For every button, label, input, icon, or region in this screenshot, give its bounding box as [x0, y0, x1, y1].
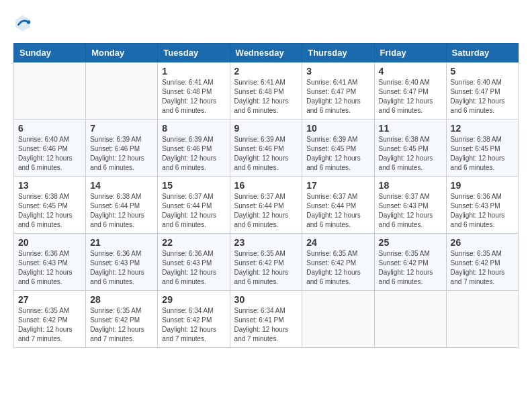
- day-number: 21: [90, 237, 153, 248]
- calendar-cell: 25Sunrise: 6:35 AM Sunset: 6:42 PM Dayli…: [374, 234, 446, 291]
- day-number: 27: [18, 294, 81, 305]
- calendar-cell: 3Sunrise: 6:41 AM Sunset: 6:47 PM Daylig…: [302, 62, 374, 120]
- day-info: Sunrise: 6:34 AM Sunset: 6:42 PM Dayligh…: [162, 306, 225, 344]
- day-info: Sunrise: 6:38 AM Sunset: 6:45 PM Dayligh…: [18, 192, 81, 230]
- calendar-cell: 27Sunrise: 6:35 AM Sunset: 6:42 PM Dayli…: [14, 291, 86, 348]
- day-number: 25: [379, 237, 442, 248]
- day-info: Sunrise: 6:35 AM Sunset: 6:42 PM Dayligh…: [234, 249, 298, 287]
- day-number: 4: [379, 66, 442, 77]
- calendar-cell: 1Sunrise: 6:41 AM Sunset: 6:48 PM Daylig…: [158, 62, 230, 120]
- day-info: Sunrise: 6:41 AM Sunset: 6:48 PM Dayligh…: [162, 78, 225, 116]
- day-number: 14: [90, 180, 153, 191]
- calendar-cell: 21Sunrise: 6:36 AM Sunset: 6:43 PM Dayli…: [86, 234, 158, 291]
- day-info: Sunrise: 6:34 AM Sunset: 6:41 PM Dayligh…: [234, 306, 298, 344]
- day-info: Sunrise: 6:39 AM Sunset: 6:45 PM Dayligh…: [306, 135, 369, 173]
- day-info: Sunrise: 6:37 AM Sunset: 6:44 PM Dayligh…: [306, 192, 369, 230]
- day-number: 12: [451, 123, 514, 134]
- day-info: Sunrise: 6:35 AM Sunset: 6:42 PM Dayligh…: [306, 249, 369, 287]
- week-row-2: 6Sunrise: 6:40 AM Sunset: 6:46 PM Daylig…: [14, 120, 519, 177]
- day-number: 7: [90, 123, 153, 134]
- day-number: 30: [234, 294, 298, 305]
- calendar-cell: [374, 291, 446, 348]
- day-info: Sunrise: 6:35 AM Sunset: 6:42 PM Dayligh…: [90, 306, 153, 344]
- week-row-3: 13Sunrise: 6:38 AM Sunset: 6:45 PM Dayli…: [14, 177, 519, 234]
- calendar-cell: 20Sunrise: 6:36 AM Sunset: 6:43 PM Dayli…: [14, 234, 86, 291]
- calendar-cell: 4Sunrise: 6:40 AM Sunset: 6:47 PM Daylig…: [374, 62, 446, 120]
- weekday-header-wednesday: Wednesday: [230, 44, 302, 62]
- logo: [13, 13, 35, 32]
- day-info: Sunrise: 6:35 AM Sunset: 6:42 PM Dayligh…: [18, 306, 81, 344]
- day-info: Sunrise: 6:40 AM Sunset: 6:46 PM Dayligh…: [18, 135, 81, 173]
- day-number: 2: [234, 66, 298, 77]
- calendar-cell: 19Sunrise: 6:36 AM Sunset: 6:43 PM Dayli…: [446, 177, 518, 234]
- day-number: 26: [451, 237, 514, 248]
- day-info: Sunrise: 6:41 AM Sunset: 6:48 PM Dayligh…: [234, 78, 298, 116]
- calendar-cell: 2Sunrise: 6:41 AM Sunset: 6:48 PM Daylig…: [230, 62, 302, 120]
- svg-point-1: [27, 20, 31, 24]
- day-number: 10: [306, 123, 369, 134]
- calendar-cell: 10Sunrise: 6:39 AM Sunset: 6:45 PM Dayli…: [302, 120, 374, 177]
- calendar-cell: 5Sunrise: 6:40 AM Sunset: 6:47 PM Daylig…: [446, 62, 518, 120]
- calendar-table: SundayMondayTuesdayWednesdayThursdayFrid…: [13, 43, 519, 348]
- day-number: 3: [306, 66, 369, 77]
- calendar-cell: 15Sunrise: 6:37 AM Sunset: 6:44 PM Dayli…: [158, 177, 230, 234]
- day-number: 15: [162, 180, 225, 191]
- day-number: 19: [451, 180, 514, 191]
- logo-icon: [13, 13, 32, 32]
- day-info: Sunrise: 6:40 AM Sunset: 6:47 PM Dayligh…: [451, 78, 514, 116]
- day-number: 22: [162, 237, 225, 248]
- calendar-cell: 7Sunrise: 6:39 AM Sunset: 6:46 PM Daylig…: [86, 120, 158, 177]
- calendar-cell: 30Sunrise: 6:34 AM Sunset: 6:41 PM Dayli…: [230, 291, 302, 348]
- calendar-cell: 11Sunrise: 6:38 AM Sunset: 6:45 PM Dayli…: [374, 120, 446, 177]
- day-number: 6: [18, 123, 81, 134]
- day-info: Sunrise: 6:40 AM Sunset: 6:47 PM Dayligh…: [379, 78, 442, 116]
- day-info: Sunrise: 6:38 AM Sunset: 6:44 PM Dayligh…: [90, 192, 153, 230]
- day-info: Sunrise: 6:41 AM Sunset: 6:47 PM Dayligh…: [306, 78, 369, 116]
- day-number: 17: [306, 180, 369, 191]
- calendar-cell: 17Sunrise: 6:37 AM Sunset: 6:44 PM Dayli…: [302, 177, 374, 234]
- calendar-cell: [302, 291, 374, 348]
- day-info: Sunrise: 6:38 AM Sunset: 6:45 PM Dayligh…: [451, 135, 514, 173]
- weekday-header-sunday: Sunday: [14, 44, 86, 62]
- day-number: 13: [18, 180, 81, 191]
- day-info: Sunrise: 6:36 AM Sunset: 6:43 PM Dayligh…: [90, 249, 153, 287]
- day-info: Sunrise: 6:39 AM Sunset: 6:46 PM Dayligh…: [162, 135, 225, 173]
- day-number: 20: [18, 237, 81, 248]
- calendar-cell: 23Sunrise: 6:35 AM Sunset: 6:42 PM Dayli…: [230, 234, 302, 291]
- day-info: Sunrise: 6:36 AM Sunset: 6:43 PM Dayligh…: [162, 249, 225, 287]
- weekday-header-tuesday: Tuesday: [158, 44, 230, 62]
- day-info: Sunrise: 6:39 AM Sunset: 6:46 PM Dayligh…: [234, 135, 298, 173]
- weekday-header-monday: Monday: [86, 44, 158, 62]
- calendar-cell: [14, 62, 86, 120]
- day-number: 8: [162, 123, 225, 134]
- day-info: Sunrise: 6:36 AM Sunset: 6:43 PM Dayligh…: [451, 192, 514, 230]
- weekday-header-friday: Friday: [374, 44, 446, 62]
- day-number: 29: [162, 294, 225, 305]
- calendar-cell: 22Sunrise: 6:36 AM Sunset: 6:43 PM Dayli…: [158, 234, 230, 291]
- day-info: Sunrise: 6:35 AM Sunset: 6:42 PM Dayligh…: [379, 249, 442, 287]
- day-number: 11: [379, 123, 442, 134]
- day-number: 18: [379, 180, 442, 191]
- day-info: Sunrise: 6:37 AM Sunset: 6:44 PM Dayligh…: [234, 192, 298, 230]
- calendar-cell: [446, 291, 518, 348]
- day-number: 5: [451, 66, 514, 77]
- calendar-cell: 26Sunrise: 6:35 AM Sunset: 6:42 PM Dayli…: [446, 234, 518, 291]
- calendar-cell: 9Sunrise: 6:39 AM Sunset: 6:46 PM Daylig…: [230, 120, 302, 177]
- day-info: Sunrise: 6:37 AM Sunset: 6:44 PM Dayligh…: [162, 192, 225, 230]
- day-info: Sunrise: 6:36 AM Sunset: 6:43 PM Dayligh…: [18, 249, 81, 287]
- day-number: 16: [234, 180, 298, 191]
- weekday-header-thursday: Thursday: [302, 44, 374, 62]
- day-number: 9: [234, 123, 298, 134]
- calendar-cell: 16Sunrise: 6:37 AM Sunset: 6:44 PM Dayli…: [230, 177, 302, 234]
- day-info: Sunrise: 6:37 AM Sunset: 6:43 PM Dayligh…: [379, 192, 442, 230]
- weekday-header-saturday: Saturday: [446, 44, 518, 62]
- calendar-header-row: SundayMondayTuesdayWednesdayThursdayFrid…: [14, 44, 519, 62]
- day-info: Sunrise: 6:38 AM Sunset: 6:45 PM Dayligh…: [379, 135, 442, 173]
- day-number: 23: [234, 237, 298, 248]
- calendar-cell: 14Sunrise: 6:38 AM Sunset: 6:44 PM Dayli…: [86, 177, 158, 234]
- calendar-cell: 18Sunrise: 6:37 AM Sunset: 6:43 PM Dayli…: [374, 177, 446, 234]
- day-info: Sunrise: 6:39 AM Sunset: 6:46 PM Dayligh…: [90, 135, 153, 173]
- day-info: Sunrise: 6:35 AM Sunset: 6:42 PM Dayligh…: [451, 249, 514, 287]
- calendar-cell: 29Sunrise: 6:34 AM Sunset: 6:42 PM Dayli…: [158, 291, 230, 348]
- week-row-1: 1Sunrise: 6:41 AM Sunset: 6:48 PM Daylig…: [14, 62, 519, 120]
